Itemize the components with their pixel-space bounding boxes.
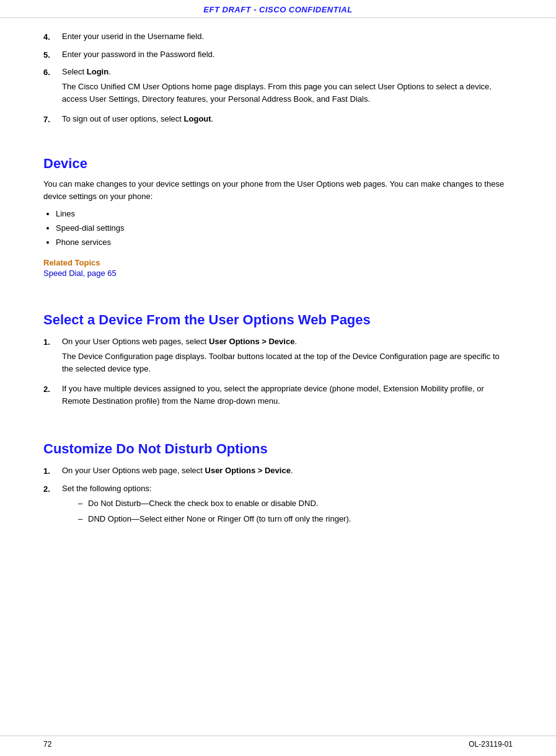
- step-6-description: The Cisco Unified CM User Options home p…: [62, 81, 513, 105]
- device-bullet-list: Lines Speed-dial settings Phone services: [56, 208, 513, 249]
- header-text: EFT DRAFT - CISCO CONFIDENTIAL: [203, 5, 352, 14]
- select-device-heading: Select a Device From the User Options We…: [43, 312, 513, 328]
- customize-section: Customize Do Not Disturb Options 1. On y…: [43, 441, 513, 528]
- customize-step-1-bold: User Options > Device: [205, 466, 291, 475]
- customize-step-2-text: Set the following options:: [62, 484, 152, 493]
- spacer-3: [43, 412, 513, 422]
- select-step-1-content: On your User Options web pages, select U…: [62, 336, 513, 378]
- step-7-period: .: [211, 114, 214, 123]
- related-topics-block: Related Topics Speed Dial, page 65: [43, 258, 513, 278]
- step-6: 6. Select Login. The Cisco Unified CM Us…: [43, 66, 513, 108]
- step-6-content: Select Login. The Cisco Unified CM User …: [62, 66, 513, 108]
- select-step-1-description: The Device Configuration page displays. …: [62, 350, 513, 375]
- page-footer: 72 OL-23119-01: [0, 736, 556, 749]
- device-body: You can make changes to your device sett…: [43, 178, 513, 203]
- related-topics-heading: Related Topics: [43, 258, 513, 267]
- step-7-content: To sign out of user options, select Logo…: [62, 113, 513, 126]
- select-step-1-number: 1.: [43, 336, 62, 378]
- customize-step-1: 1. On your User Options web page, select…: [43, 465, 513, 478]
- step-5-number: 5.: [43, 48, 62, 61]
- customize-step-1-content: On your User Options web page, select Us…: [62, 465, 513, 478]
- spacer-2: [43, 278, 513, 288]
- sub-bullet-dnd: Do Not Disturb—Check the check box to en…: [81, 497, 513, 510]
- select-step-2-text: If you have multiple devices assigned to…: [62, 383, 513, 407]
- page-content: 4. Enter your userid in the Username fie…: [0, 18, 556, 571]
- step-4-number: 4.: [43, 30, 62, 43]
- customize-step-2-content: Set the following options: Do Not Distur…: [62, 483, 513, 528]
- spacer-2b: [43, 288, 513, 293]
- step-7-text: To sign out of user options, select Logo…: [62, 114, 213, 123]
- bullet-speed-dial: Speed-dial settings: [56, 222, 513, 235]
- step-7: 7. To sign out of user options, select L…: [43, 113, 513, 126]
- step-4-text: Enter your userid in the Username field.: [62, 30, 513, 43]
- step-4: 4. Enter your userid in the Username fie…: [43, 30, 513, 43]
- page-header: EFT DRAFT - CISCO CONFIDENTIAL: [0, 0, 556, 18]
- customize-sub-bullets: Do Not Disturb—Check the check box to en…: [81, 497, 513, 526]
- select-device-section: Select a Device From the User Options We…: [43, 312, 513, 408]
- step-5: 5. Enter your password in the Password f…: [43, 48, 513, 61]
- step-6-bold: Login: [87, 67, 108, 76]
- step-6-period: .: [108, 67, 111, 76]
- step-6-number: 6.: [43, 66, 62, 108]
- bullet-lines: Lines: [56, 208, 513, 221]
- select-step-1-bold: User Options > Device: [209, 337, 294, 346]
- customize-heading: Customize Do Not Disturb Options: [43, 441, 513, 457]
- device-section: Device You can make changes to your devi…: [43, 156, 513, 278]
- sub-bullet-dnd-option: DND Option—Select either None or Ringer …: [81, 513, 513, 526]
- customize-step-2: 2. Set the following options: Do Not Dis…: [43, 483, 513, 528]
- footer-doc-number: OL-23119-01: [469, 740, 513, 749]
- select-step-2-number: 2.: [43, 383, 62, 407]
- step-6-text: Select Login.: [62, 67, 111, 76]
- select-step-2: 2. If you have multiple devices assigned…: [43, 383, 513, 407]
- step-5-text: Enter your password in the Password fiel…: [62, 48, 513, 61]
- footer-page-number: 72: [43, 740, 51, 749]
- step-7-number: 7.: [43, 113, 62, 126]
- select-step-1-text: On your User Options web pages, select U…: [62, 337, 297, 346]
- customize-step-2-number: 2.: [43, 483, 62, 528]
- step-7-bold: Logout: [184, 114, 211, 123]
- select-step-1: 1. On your User Options web pages, selec…: [43, 336, 513, 378]
- customize-step-1-text: On your User Options web page, select Us…: [62, 466, 293, 475]
- spacer-1: [43, 131, 513, 141]
- related-topics-link[interactable]: Speed Dial, page 65: [43, 269, 117, 278]
- customize-step-1-number: 1.: [43, 465, 62, 478]
- device-heading: Device: [43, 156, 513, 172]
- bullet-phone-services: Phone services: [56, 236, 513, 249]
